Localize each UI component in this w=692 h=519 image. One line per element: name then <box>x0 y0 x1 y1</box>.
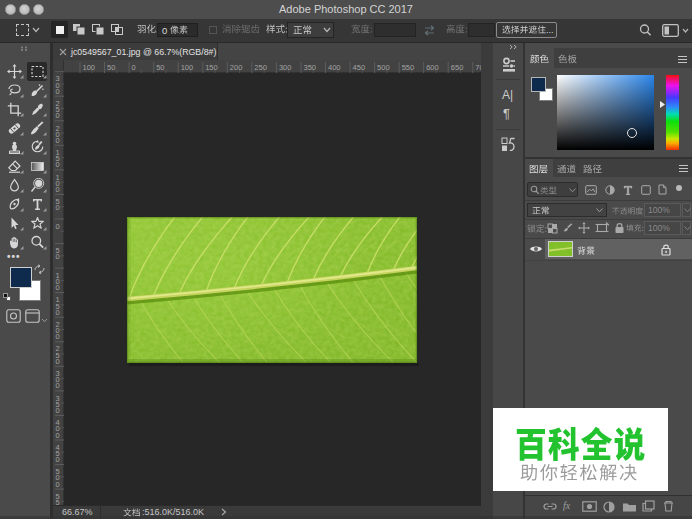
svg-text:250: 250 <box>254 63 267 72</box>
svg-text:50: 50 <box>107 63 115 72</box>
svg-text:400: 400 <box>328 63 341 72</box>
svg-text:350: 350 <box>304 63 317 72</box>
svg-text:300: 300 <box>279 63 292 72</box>
svg-text:0: 0 <box>56 87 60 96</box>
svg-text:0: 0 <box>56 308 60 317</box>
svg-text:100: 100 <box>181 63 194 72</box>
svg-text:600: 600 <box>426 63 439 72</box>
svg-text:0: 0 <box>56 381 60 390</box>
svg-text:0: 0 <box>56 455 60 464</box>
svg-text:0: 0 <box>56 480 60 489</box>
svg-text:50: 50 <box>156 63 164 72</box>
svg-text:0: 0 <box>56 431 60 440</box>
svg-text:0: 0 <box>56 357 60 366</box>
svg-text:500: 500 <box>377 63 390 72</box>
svg-text:0: 0 <box>56 222 60 231</box>
svg-text:200: 200 <box>230 63 243 72</box>
svg-text:100: 100 <box>83 63 96 72</box>
svg-text:450: 450 <box>353 63 366 72</box>
svg-text:0: 0 <box>56 111 60 120</box>
svg-text:550: 550 <box>402 63 415 72</box>
svg-text:0: 0 <box>132 63 136 72</box>
svg-text:0: 0 <box>56 332 60 341</box>
svg-text:0: 0 <box>56 136 60 145</box>
svg-text:0: 0 <box>56 203 60 212</box>
svg-text:0: 0 <box>56 160 60 169</box>
svg-text:0: 0 <box>56 406 60 415</box>
svg-text:0: 0 <box>56 283 60 292</box>
svg-text:150: 150 <box>205 63 218 72</box>
svg-text:0: 0 <box>56 252 60 261</box>
svg-text:650: 650 <box>451 63 464 72</box>
svg-text:0: 0 <box>56 185 60 194</box>
